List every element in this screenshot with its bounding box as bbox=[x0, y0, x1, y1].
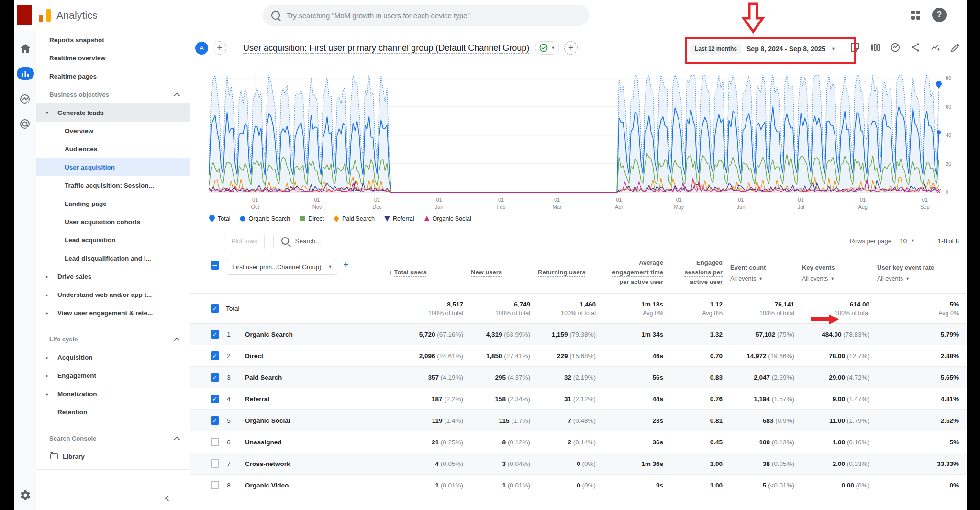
sidebar-item-reports-snapshot[interactable]: Reports snapshot bbox=[36, 31, 190, 49]
date-range-picker[interactable]: Last 12 months Sep 8, 2024 - Sep 8, 2025… bbox=[686, 38, 840, 59]
row-checkbox[interactable] bbox=[211, 481, 219, 489]
table-row[interactable]: 6Unassigned21 (0.25%)8 (0.12%)2 (0.14%)3… bbox=[190, 431, 967, 453]
explore-icon[interactable] bbox=[18, 92, 33, 106]
help-icon[interactable]: ? bbox=[932, 8, 947, 22]
nav-section-search-console[interactable]: Search Console bbox=[36, 429, 190, 447]
sidebar-item-generate-leads[interactable]: ▾Generate leads bbox=[36, 103, 190, 122]
home-icon[interactable] bbox=[18, 41, 33, 56]
row-checkbox[interactable]: ✓ bbox=[211, 351, 219, 360]
insights-icon[interactable] bbox=[930, 42, 941, 53]
row-checkbox[interactable] bbox=[211, 438, 219, 446]
square-marker-icon bbox=[300, 215, 305, 223]
compare-icon[interactable] bbox=[870, 42, 880, 53]
collapse-sidebar-button[interactable] bbox=[163, 493, 173, 503]
column-filter-dropdown[interactable]: All events▼ bbox=[802, 275, 835, 282]
table-row[interactable]: 7Cross-network4 (0.05%)3 (0.04%)0 (0%)1m… bbox=[190, 453, 967, 475]
column-filter-dropdown[interactable]: All events▼ bbox=[877, 275, 910, 282]
cell-value: 2.00 (0.33%) bbox=[833, 460, 869, 467]
cell-value: 31 (2.12%) bbox=[564, 396, 596, 403]
sidebar-item-realtime-overview[interactable]: Realtime overview bbox=[36, 49, 190, 67]
row-checkbox[interactable]: ✓ bbox=[211, 373, 219, 382]
triangle-up-marker-icon bbox=[424, 215, 430, 223]
column-header-total-users[interactable]: ↓Total users bbox=[389, 252, 471, 285]
select-all-checkbox[interactable] bbox=[211, 261, 219, 270]
column-header-new-users[interactable]: New users bbox=[471, 252, 538, 285]
edit-icon[interactable] bbox=[950, 42, 961, 53]
cell-value: 7 (0.48%) bbox=[568, 417, 596, 424]
column-header-event-count[interactable]: Event countAll events▼ bbox=[730, 252, 802, 285]
reports-icon[interactable] bbox=[17, 67, 34, 80]
legend-item-total[interactable]: Total bbox=[209, 215, 230, 223]
row-checkbox[interactable]: ✓ bbox=[211, 330, 219, 339]
sidebar-item-landing-page[interactable]: Landing page bbox=[36, 194, 190, 213]
sidebar-item-audiences[interactable]: Audiences bbox=[36, 140, 190, 158]
report-status-badge[interactable]: ▼ bbox=[535, 41, 559, 55]
table-row[interactable]: 8Organic Video1 (0.01%)1 (0.01%)0 (0%)9s… bbox=[190, 475, 967, 496]
add-comparison-button[interactable]: + bbox=[564, 41, 578, 55]
sidebar-item-understand-web-and-or-app-t[interactable]: ▸Understand web and/or app t... bbox=[36, 285, 190, 304]
chevron-down-icon[interactable]: ▼ bbox=[911, 238, 915, 243]
share-icon[interactable] bbox=[910, 42, 921, 53]
total-row-checkbox[interactable]: ✓ bbox=[211, 304, 219, 313]
note-icon[interactable] bbox=[850, 42, 860, 53]
column-header-user-key-event-rate[interactable]: User key event rateAll events▼ bbox=[877, 252, 967, 285]
rows-per-page-value[interactable]: 10 bbox=[900, 238, 907, 245]
legend-item-paid-search[interactable]: Paid Search bbox=[334, 215, 375, 223]
sidebar-item-library[interactable]: Library bbox=[36, 447, 190, 465]
channel-name: Unassigned bbox=[238, 431, 389, 453]
analytics-logo-icon[interactable] bbox=[37, 9, 52, 22]
value-cell: 9.00 (1.47%) bbox=[802, 388, 877, 409]
dimension-selector-dropdown[interactable]: First user prim...Channel Group)▼ bbox=[226, 259, 337, 275]
channel-name: Organic Video bbox=[238, 475, 389, 496]
nav-section-life-cycle[interactable]: Life cycle bbox=[36, 330, 190, 348]
sidebar-item-view-user-engagement-rete[interactable]: ▸View user engagement & rete... bbox=[36, 304, 190, 322]
sidebar-item-overview[interactable]: Overview bbox=[36, 122, 190, 140]
column-header-average-engagement-time-per-active-user[interactable]: Average engagement time per active user bbox=[603, 252, 671, 285]
sidebar-item-user-acquisition[interactable]: User acquisition bbox=[36, 158, 190, 176]
legend-item-organic-search[interactable]: Organic Search bbox=[240, 215, 290, 223]
avatar[interactable]: A bbox=[195, 42, 208, 55]
chevron-up-icon bbox=[174, 337, 180, 343]
legend-item-organic-social[interactable]: Organic Social bbox=[424, 215, 471, 223]
sidebar-item-drive-sales[interactable]: ▸Drive sales bbox=[36, 267, 190, 285]
column-header-engaged-sessions-per-active-user[interactable]: Engaged sessions per active user bbox=[671, 252, 730, 285]
sidebar-item-traffic-acquisition-session[interactable]: Traffic acquisition: Session... bbox=[36, 176, 190, 194]
advertising-icon[interactable] bbox=[18, 117, 33, 131]
plot-rows-button[interactable]: Plot rows bbox=[224, 233, 265, 249]
sidebar-item-engagement[interactable]: ▸Engagement bbox=[36, 366, 190, 385]
scorecard-icon[interactable] bbox=[890, 42, 901, 53]
table-row[interactable]: ✓2Direct2,096 (24.61%)1,850 (27.41%)229 … bbox=[190, 345, 967, 367]
legend-item-direct[interactable]: Direct bbox=[300, 215, 324, 223]
sidebar-item-monetization[interactable]: ▸Monetization bbox=[36, 385, 190, 403]
value-cell: 0.83 bbox=[671, 367, 730, 388]
sidebar-item-retention[interactable]: Retention bbox=[36, 403, 190, 421]
add-dimension-button[interactable]: + bbox=[343, 260, 349, 271]
row-checkbox[interactable]: ✓ bbox=[211, 416, 219, 425]
table-row[interactable]: ✓1Organic Search5,720 (67.16%)4,319 (63.… bbox=[190, 324, 967, 345]
nav-section-business-objectives[interactable]: Business objectives bbox=[36, 85, 190, 103]
cell-value: 295 (4.37%) bbox=[495, 374, 530, 381]
sidebar-item-user-acquisition-cohorts[interactable]: User acquisition cohorts bbox=[36, 213, 190, 231]
value-cell: 21 (0.25%) bbox=[389, 431, 471, 453]
column-header-returning-users[interactable]: Returning users bbox=[538, 252, 603, 285]
sidebar-item-lead-acquisition[interactable]: Lead acquisition bbox=[36, 231, 190, 249]
sidebar-item-acquisition[interactable]: ▸Acquisition bbox=[36, 348, 190, 366]
column-header-key-events[interactable]: Key eventsAll events▼ bbox=[802, 252, 877, 285]
apps-grid-icon[interactable] bbox=[911, 11, 921, 20]
table-row[interactable]: ✓4Referral187 (2.2%)158 (2.34%)31 (2.12%… bbox=[190, 388, 967, 410]
sidebar-item-realtime-pages[interactable]: Realtime pages bbox=[36, 67, 190, 85]
global-search-input[interactable]: Try searching "MoM growth in users for e… bbox=[263, 5, 589, 26]
settings-gear-icon[interactable] bbox=[19, 489, 32, 501]
table-row[interactable]: ✓5Organic Social119 (1.4%)115 (1.7%)7 (0… bbox=[190, 410, 967, 431]
row-checkbox[interactable]: ✓ bbox=[211, 395, 219, 403]
row-checkbox[interactable] bbox=[211, 459, 219, 468]
report-title[interactable]: User acquisition: First user primary cha… bbox=[243, 43, 529, 53]
add-segment-button[interactable]: + bbox=[213, 41, 226, 55]
table-search-input[interactable]: Search... bbox=[281, 237, 321, 245]
legend-item-referral[interactable]: Referral bbox=[384, 215, 414, 223]
users-over-time-chart[interactable]: 80604020001Oct01Nov01Dec01Jan01Feb01Mar0… bbox=[190, 65, 967, 211]
table-row[interactable]: ✓3Paid Search357 (4.19%)295 (4.37%)32 (2… bbox=[190, 367, 967, 388]
column-filter-dropdown[interactable]: All events▼ bbox=[730, 275, 763, 282]
sidebar-item-lead-disqualification-and-l[interactable]: Lead disqualification and l... bbox=[36, 249, 190, 267]
value-cell: 0.45 bbox=[671, 431, 730, 453]
